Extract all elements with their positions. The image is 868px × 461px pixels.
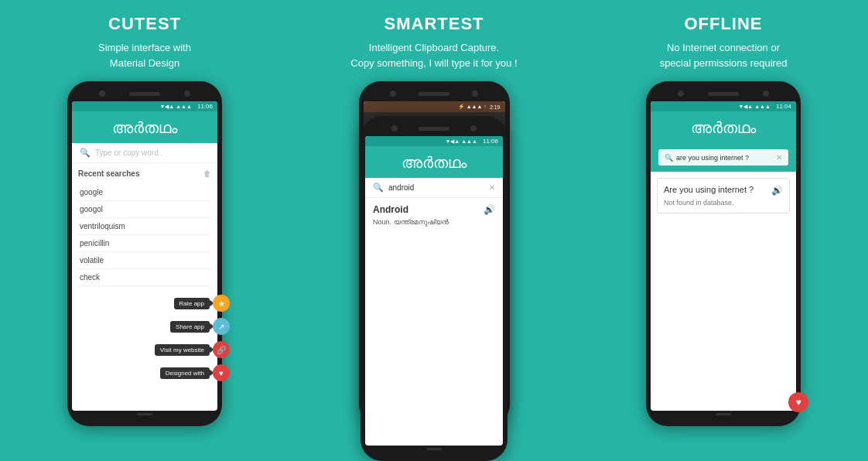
result-title-text: Are you using internet ? [664, 185, 754, 196]
statusbar-1: ▼◀▲ ▲▲▲ 11:06 [72, 101, 217, 111]
sensor [184, 90, 190, 97]
search-text-android: android [388, 183, 484, 192]
home-indicator-3 [716, 413, 731, 415]
clear-icon-offline[interactable]: ✕ [776, 153, 782, 162]
xda-statusbar: ⚡ ▲▲▲ ↑ 2:19 [364, 101, 505, 112]
sensor-android [470, 125, 477, 131]
statusbar-time-android: 11:06 [483, 138, 498, 145]
status-icons-android: ▼◀▲ ▲▲▲ [445, 138, 477, 145]
search-item-2[interactable]: googol [78, 201, 211, 218]
sensor-xda [472, 90, 478, 97]
designed-tooltip-row: Designed with ♥ [160, 364, 230, 381]
search-icon-offline: 🔍 [665, 154, 673, 162]
panel-smartest: SMARTEST Intelligent Clipboard Capture.C… [289, 0, 579, 461]
phone-frame-android: ▼◀▲ ▲▲▲ 11:06 അർതഥം 🔍 android ✕ Android … [361, 116, 507, 461]
result-card-body: Not found in database. [664, 199, 783, 207]
panel3-subtitle: No Internet connection orspecial permiss… [660, 40, 788, 70]
xda-time: 2:19 [490, 104, 501, 110]
word-title-row: Android 🔊 [373, 204, 495, 215]
website-tooltip-row: Visit my website 🔗 [155, 341, 230, 358]
statusbar-android: ▼◀▲ ▲▲▲ 11:06 [365, 136, 503, 146]
phone-screen-3: ▼◀▲ ▲▲▲ 11:04 അർതഥം 🔍 are you using inte… [651, 101, 796, 411]
home-indicator-android [426, 448, 442, 450]
status-icons: ▼◀▲ ▲▲▲ [159, 104, 192, 110]
front-camera-android [391, 125, 398, 131]
search-item-6[interactable]: check [78, 269, 211, 286]
app-logo-3: അർതഥം [660, 119, 787, 137]
search-text-offline: are you using internet ? [676, 154, 776, 162]
panel2-subtitle: Intelligent Clipboard Capture.Copy somet… [350, 40, 517, 70]
statusbar-3: ▼◀▲ ▲▲▲ 11:04 [651, 101, 796, 111]
front-camera-xda [390, 90, 396, 97]
panel1-title: CUTEST [108, 14, 181, 34]
earpiece-xda [419, 92, 449, 96]
front-camera-3 [678, 90, 684, 97]
phone-camera-bar-android [365, 125, 503, 131]
search-placeholder-1: Type or copy word.. [95, 149, 162, 157]
statusbar-time-3: 11:04 [776, 103, 791, 110]
panel-offline: OFFLINE No Internet connection orspecial… [579, 0, 868, 461]
panel1-subtitle: Simple interface withMaterial Design [98, 40, 191, 70]
speaker-icon-offline[interactable]: 🔊 [771, 185, 783, 196]
phone-camera-bar-3 [651, 90, 796, 97]
clear-icon-android[interactable]: ✕ [489, 183, 495, 192]
earpiece-android [419, 127, 449, 131]
website-label: Visit my website [155, 344, 210, 356]
app-header-1: അർതഥം [72, 111, 217, 143]
search-item-1[interactable]: google [78, 184, 211, 201]
recent-title: Recent searches [78, 169, 140, 178]
earpiece [129, 92, 160, 96]
app-logo-android: അർതഥം [374, 154, 494, 172]
search-bar-1[interactable]: 🔍 Type or copy word.. [72, 143, 217, 163]
share-app-label: Share app [170, 321, 210, 333]
rate-app-tooltip-row: Rate app ★ [174, 295, 230, 312]
app-logo-1: അർതഥം [81, 119, 208, 137]
result-card-offline: Are you using internet ? 🔊 Not found in … [657, 178, 790, 213]
recent-header: Recent searches 🗑 [78, 169, 211, 178]
phone-frame-3: ▼◀▲ ▲▲▲ 11:04 അർതഥം 🔍 are you using inte… [646, 81, 801, 426]
delete-icon[interactable]: 🗑 [203, 169, 211, 178]
result-card-title: Are you using internet ? 🔊 [664, 185, 783, 196]
share-app-button[interactable]: ↗ [213, 318, 230, 335]
front-camera [99, 90, 105, 97]
phone-screen-android: ▼◀▲ ▲▲▲ 11:06 അർതഥം 🔍 android ✕ Android … [365, 136, 503, 446]
search-icon-1: 🔍 [80, 148, 91, 158]
sensor-3 [763, 90, 769, 97]
search-icon-android: 🔍 [373, 183, 384, 193]
website-button[interactable]: 🔗 [213, 341, 230, 358]
home-indicator [137, 413, 152, 415]
offline-search[interactable]: 🔍 are you using internet ? ✕ [651, 143, 796, 172]
panel-cutest: CUTEST Simple interface withMaterial Des… [0, 0, 289, 461]
word-title: Android [373, 204, 408, 215]
speaker-icon-android[interactable]: 🔊 [484, 204, 495, 215]
recent-searches-container: Recent searches 🗑 google googol ventrilo… [72, 163, 217, 292]
phone-bottom-bar-android [365, 446, 503, 452]
earpiece-3 [708, 92, 739, 96]
phone-camera-bar-xda [364, 90, 505, 97]
app-header-3: അർതഥം [651, 111, 796, 143]
statusbar-time-1: 11:06 [197, 103, 213, 110]
rate-app-label: Rate app [174, 298, 210, 309]
search-box-offline[interactable]: 🔍 are you using internet ? ✕ [658, 149, 788, 166]
designed-with-button[interactable]: ♥ [213, 364, 230, 381]
status-icons-3: ▼◀▲ ▲▲▲ [738, 104, 771, 110]
rate-app-button[interactable]: ★ [213, 295, 230, 312]
search-active-android[interactable]: 🔍 android ✕ [365, 178, 503, 198]
search-item-5[interactable]: volatile [78, 252, 211, 269]
xda-status-icons: ⚡ ▲▲▲ ↑ [458, 104, 487, 110]
panel3-title: OFFLINE [684, 14, 762, 34]
fab-heart-offline: ♥ [788, 392, 808, 412]
word-definition: Noun. യന്ത്രമനുഷ്യൻ [373, 218, 495, 227]
phone-bottom-bar-3 [651, 411, 796, 417]
heart-button-offline[interactable]: ♥ [788, 392, 808, 412]
phone-bottom-bar-1 [72, 411, 217, 417]
phone-frame-1: ▼◀▲ ▲▲▲ 11:06 അർതഥം 🔍 Type or copy word.… [67, 81, 222, 426]
search-item-3[interactable]: ventriloquism [78, 218, 211, 235]
word-result-android: Android 🔊 Noun. യന്ത്രമനുഷ്യൻ [365, 198, 503, 233]
app-header-android: അർതഥം [365, 146, 503, 178]
panel2-title: SMARTEST [384, 14, 484, 34]
phone-camera-bar [72, 90, 217, 97]
designed-label: Designed with [160, 367, 210, 379]
search-item-4[interactable]: penicillin [78, 235, 211, 252]
share-app-tooltip-row: Share app ↗ [170, 318, 230, 335]
